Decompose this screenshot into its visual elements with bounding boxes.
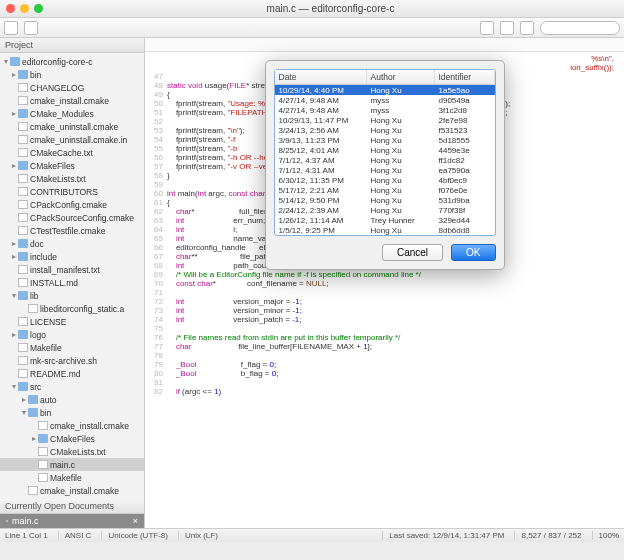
tree-item[interactable]: cmake_install.cmake: [0, 484, 144, 497]
tree-item[interactable]: CMakeLists.txt: [0, 445, 144, 458]
code-line[interactable]: 81: [145, 378, 624, 387]
tree-item[interactable]: libeditorconfig_static.a: [0, 302, 144, 315]
toolbar-btn-5[interactable]: [520, 21, 534, 35]
open-doc-item[interactable]: main.c×: [0, 514, 144, 528]
tree-item[interactable]: ▾lib: [0, 289, 144, 302]
history-row[interactable]: 7/1/12, 4:37 AMHong Xuff1dc82: [275, 155, 495, 165]
tree-item[interactable]: CMakeCache.txt: [0, 146, 144, 159]
tree-item[interactable]: CPackConfig.cmake: [0, 198, 144, 211]
tree-item[interactable]: cmake_uninstall.cmake: [0, 120, 144, 133]
history-row[interactable]: 7/1/12, 4:31 AMHong Xuea7590a: [275, 165, 495, 175]
tree-item[interactable]: CHANGELOG: [0, 81, 144, 94]
history-rows[interactable]: 10/29/14, 4:40 PMHong Xu1a5e5ao4/27/14, …: [275, 85, 495, 235]
project-tree[interactable]: ▾editorconfig-core-c▸binCHANGELOGcmake_i…: [0, 53, 144, 499]
zoom-window-icon[interactable]: [34, 4, 43, 13]
ok-button[interactable]: OK: [451, 244, 495, 261]
disclosure-open-icon[interactable]: ▾: [10, 291, 18, 300]
disclosure-closed-icon[interactable]: ▸: [10, 109, 18, 118]
tree-item[interactable]: ▸include: [0, 250, 144, 263]
code-line[interactable]: 78: [145, 351, 624, 360]
history-row[interactable]: 5/14/12, 9:50 PMHong Xu531d9ba: [275, 195, 495, 205]
file-icon: [18, 265, 28, 274]
status-position[interactable]: Line 1 Col 1: [5, 531, 48, 540]
tree-item[interactable]: mk-src-archive.sh: [0, 354, 144, 367]
tree-item[interactable]: install_manifest.txt: [0, 263, 144, 276]
close-window-icon[interactable]: [6, 4, 15, 13]
tree-item[interactable]: ▸CMakeFiles: [0, 432, 144, 445]
code-line[interactable]: 82 if (argc <= 1): [145, 387, 624, 396]
code-line[interactable]: 74 int version_patch = -1;: [145, 315, 624, 324]
history-row[interactable]: 1/26/12, 11:14 AMTrey Hunner329ed44: [275, 215, 495, 225]
tree-item[interactable]: cmake_uninstall.cmake.in: [0, 133, 144, 146]
disclosure-closed-icon[interactable]: ▸: [10, 70, 18, 79]
code-line[interactable]: 72 int version_major = -1;: [145, 297, 624, 306]
tree-item[interactable]: LICENSE: [0, 315, 144, 328]
history-row[interactable]: 2/24/12, 2:39 AMHong Xu770f38f: [275, 205, 495, 215]
tree-item[interactable]: CMakeLists.txt: [0, 172, 144, 185]
history-row[interactable]: 10/29/14, 4:40 PMHong Xu1a5e5ao: [275, 85, 495, 95]
code-line[interactable]: 73 int version_minor = -1;: [145, 306, 624, 315]
toolbar-btn-3[interactable]: [480, 21, 494, 35]
code-line[interactable]: 77 char file_line_buffer[FILENAME_MAX + …: [145, 342, 624, 351]
code-line[interactable]: 79 _Bool f_flag = 0;: [145, 360, 624, 369]
minimize-window-icon[interactable]: [20, 4, 29, 13]
tree-item[interactable]: Makefile: [0, 471, 144, 484]
status-zoom[interactable]: 100%: [592, 531, 619, 540]
disclosure-closed-icon[interactable]: ▸: [10, 252, 18, 261]
history-row[interactable]: 5/17/12, 2:21 AMHong Xuf076e0e: [275, 185, 495, 195]
tree-item[interactable]: CPackSourceConfig.cmake: [0, 211, 144, 224]
history-row[interactable]: 3/24/13, 2:56 AMHong Xuf531523: [275, 125, 495, 135]
tree-item[interactable]: README.md: [0, 367, 144, 380]
status-encoding[interactable]: Unicode (UTF-8): [101, 531, 168, 540]
code-line[interactable]: 71: [145, 288, 624, 297]
disclosure-open-icon[interactable]: ▾: [10, 382, 18, 391]
disclosure-closed-icon[interactable]: ▸: [10, 161, 18, 170]
code-line[interactable]: 70 const char* conf_filename = NULL;: [145, 279, 624, 288]
history-row[interactable]: 8/25/12, 4:01 AMHong Xu4459e3e: [275, 145, 495, 155]
toolbar-search-field[interactable]: [540, 21, 620, 35]
disclosure-open-icon[interactable]: ▾: [20, 408, 28, 417]
history-row[interactable]: 4/27/14, 9:48 AMmyss3f1c2d8: [275, 105, 495, 115]
tree-item[interactable]: ▸CMakeFiles: [0, 159, 144, 172]
code-line[interactable]: 75: [145, 324, 624, 333]
tree-item[interactable]: cmake_install.cmake: [0, 94, 144, 107]
history-table-header[interactable]: Date Author Identifier: [275, 70, 495, 85]
col-identifier[interactable]: Identifier: [435, 70, 495, 84]
tree-item[interactable]: CTestTestfile.cmake: [0, 224, 144, 237]
tree-item[interactable]: Makefile: [0, 341, 144, 354]
tree-item[interactable]: ▸bin: [0, 68, 144, 81]
disclosure-closed-icon[interactable]: ▸: [10, 330, 18, 339]
code-line[interactable]: 80 _Bool b_flag = 0;: [145, 369, 624, 378]
tree-item[interactable]: ▸doc: [0, 237, 144, 250]
toolbar-btn-4[interactable]: [500, 21, 514, 35]
disclosure-closed-icon[interactable]: ▸: [10, 239, 18, 248]
tree-item[interactable]: ▾editorconfig-core-c: [0, 55, 144, 68]
history-row[interactable]: 3/9/13, 11:23 PMHong Xu5d18555: [275, 135, 495, 145]
cancel-button[interactable]: Cancel: [382, 244, 443, 261]
history-row[interactable]: 4/27/14, 9:48 AMmyssd90549a: [275, 95, 495, 105]
tree-item[interactable]: CONTRIBUTORS: [0, 185, 144, 198]
tree-item[interactable]: main.c: [0, 458, 144, 471]
tree-item[interactable]: ▾src: [0, 380, 144, 393]
tree-item[interactable]: ▾bin: [0, 406, 144, 419]
code-line[interactable]: 69 /* Will be a EditorConfig file name i…: [145, 270, 624, 279]
tree-item[interactable]: ▸CMake_Modules: [0, 107, 144, 120]
tree-item[interactable]: cmake_install.cmake: [0, 419, 144, 432]
disclosure-closed-icon[interactable]: ▸: [20, 395, 28, 404]
status-language[interactable]: ANSI C: [58, 531, 92, 540]
history-row[interactable]: 6/30/12, 11:35 PMHong Xu4bf0ec9: [275, 175, 495, 185]
tree-item[interactable]: ▸logo: [0, 328, 144, 341]
tree-item[interactable]: ▸auto: [0, 393, 144, 406]
disclosure-open-icon[interactable]: ▾: [2, 57, 10, 66]
toolbar-btn-2[interactable]: [24, 21, 38, 35]
code-line[interactable]: 76 /* File names read from stdin are put…: [145, 333, 624, 342]
col-author[interactable]: Author: [367, 70, 435, 84]
disclosure-closed-icon[interactable]: ▸: [30, 434, 38, 443]
history-row[interactable]: 1/5/12, 9:25 PMHong Xu8db6dd8: [275, 225, 495, 235]
close-icon[interactable]: ×: [133, 516, 138, 526]
history-row[interactable]: 10/29/13, 11:47 PMHong Xu2fe7e98: [275, 115, 495, 125]
col-date[interactable]: Date: [275, 70, 367, 84]
tree-item[interactable]: INSTALL.md: [0, 276, 144, 289]
toolbar-btn-1[interactable]: [4, 21, 18, 35]
status-line-ending[interactable]: Unix (LF): [178, 531, 218, 540]
